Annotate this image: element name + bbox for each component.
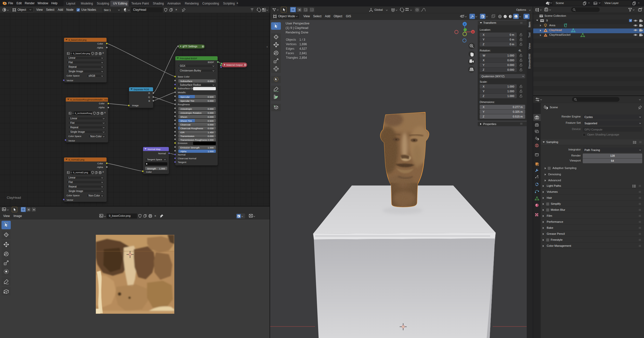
svg-text:Z: Z <box>464 23 465 26</box>
svg-text:X: X <box>472 31 474 33</box>
